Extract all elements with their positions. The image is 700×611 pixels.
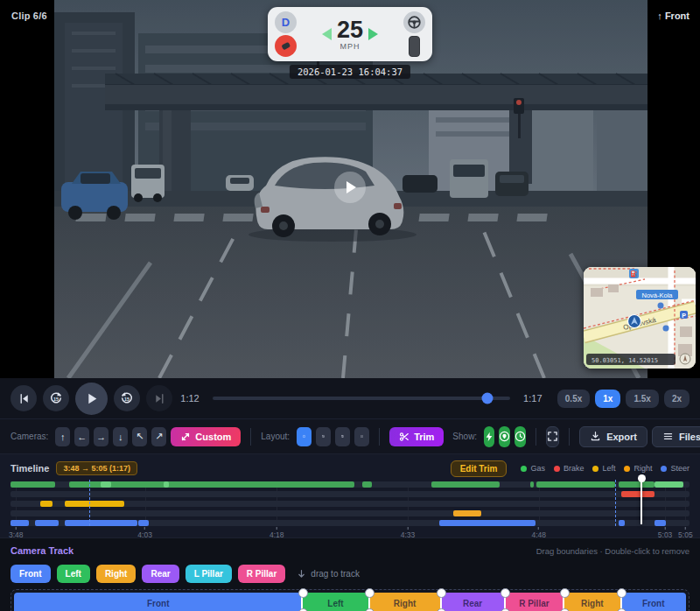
tick-label: 5:03 [658, 530, 673, 539]
steer-segment[interactable] [10, 520, 29, 526]
segment-boundary-handle[interactable] [440, 593, 442, 611]
left-segment[interactable] [65, 501, 124, 507]
camera-segment-left[interactable]: Left [302, 593, 368, 611]
edit-trim-button[interactable]: Edit Trim [451, 460, 508, 477]
camera-chip-front[interactable]: Front [10, 565, 51, 583]
tick-label: 4:33 [401, 530, 416, 539]
speed-buttons: 0.5x1x1.5x2x [557, 390, 690, 408]
gas-segment[interactable] [10, 481, 55, 488]
gas-segment[interactable] [530, 481, 534, 488]
segment-boundary-handle[interactable] [368, 593, 370, 611]
gas-segment[interactable] [362, 481, 372, 488]
camera-up-button[interactable]: ↑ [55, 427, 70, 446]
files-button[interactable]: Files [652, 426, 700, 447]
gas-segment[interactable] [536, 481, 614, 488]
speed-button-2x[interactable]: 2x [664, 390, 690, 408]
camera-chip-r-pillar[interactable]: R Pillar [238, 565, 285, 583]
timeline-tracks[interactable] [10, 481, 690, 526]
video-timestamp: 2026-01-23 16:04:37 [290, 65, 410, 79]
speed-button-0.5x[interactable]: 0.5x [557, 390, 590, 408]
turn-right-arrow-icon [368, 28, 378, 40]
video-player-area[interactable]: Clip 6/6 ↑ Front D 25 MPH [0, 0, 700, 378]
forward-15-button[interactable]: 15 [114, 385, 140, 411]
gas-segment[interactable] [431, 481, 500, 488]
camera-segment-r-pillar[interactable]: R Pillar [505, 593, 564, 611]
gas-segment[interactable] [619, 481, 654, 488]
layout-pip-icon [322, 431, 325, 442]
steer-segment[interactable] [65, 520, 137, 526]
skip-start-button[interactable] [10, 385, 37, 411]
camera-left-button[interactable]: ← [74, 427, 89, 446]
camera-segment-front[interactable]: Front [14, 593, 302, 611]
layout-pip-button[interactable] [316, 427, 331, 446]
camera-segment-front[interactable]: Front [620, 593, 685, 611]
camera-up-right-button[interactable]: ↗ [151, 427, 166, 446]
camera-right-button[interactable]: → [94, 427, 108, 446]
left-segment[interactable] [40, 501, 52, 507]
trim-marker-end[interactable] [615, 480, 616, 526]
camera-segment-rear[interactable]: Rear [441, 593, 505, 611]
camera-segment-right[interactable]: Right [369, 593, 441, 611]
layout-single-icon [303, 431, 305, 442]
camera-chip-right[interactable]: Right [96, 565, 136, 583]
track-row-brake[interactable] [10, 491, 690, 497]
gas-segment[interactable] [69, 481, 354, 488]
tick-label: 4:48 [531, 530, 546, 539]
track-row-steer[interactable] [10, 520, 690, 526]
track-row-right[interactable] [10, 510, 690, 516]
steer-segment[interactable] [619, 520, 625, 526]
trim-button[interactable]: Trim [389, 427, 444, 446]
steer-segment[interactable] [439, 520, 536, 526]
map-inset[interactable]: ⛽ P Nová-Kola Opatovská 50.03051, 14.520… [584, 267, 696, 369]
steer-segment[interactable] [138, 520, 149, 526]
layout-single-button[interactable] [297, 427, 312, 446]
camera-toolbar: Cameras: ↑←→↓↖↗ Custom Layout: Trim Show… [0, 418, 700, 453]
camera-up-left-button[interactable]: ↖ [132, 427, 147, 446]
trim-marker-start[interactable] [89, 480, 90, 526]
track-row-left[interactable] [10, 501, 690, 507]
layout-split-button[interactable] [335, 427, 350, 446]
segment-boundary-handle[interactable] [504, 593, 506, 611]
track-row-gas[interactable] [10, 481, 690, 488]
steer-segment[interactable] [35, 520, 59, 526]
video-play-button[interactable] [334, 172, 366, 203]
telemetry-hud: D 25 MPH [268, 7, 432, 61]
speed-button-1x[interactable]: 1x [595, 390, 620, 408]
gas-segment-light[interactable] [654, 481, 683, 488]
steering-wheel-icon [403, 11, 425, 33]
camera-down-button[interactable]: ↓ [113, 427, 128, 446]
map-pin-icon [499, 431, 510, 442]
play-icon [346, 181, 356, 193]
custom-view-button[interactable]: Custom [171, 427, 241, 446]
camera-segment-right[interactable]: Right [564, 593, 620, 611]
show-telemetry-button[interactable] [484, 426, 494, 447]
gas-segment-light[interactable] [164, 481, 169, 488]
steer-segment[interactable] [654, 520, 665, 526]
camera-chip-l-pillar[interactable]: L Pillar [186, 565, 232, 583]
show-timestamp-button[interactable] [514, 426, 526, 447]
export-button[interactable]: Export [579, 426, 648, 447]
rewind-15-button[interactable]: 15 [43, 385, 69, 411]
playhead[interactable] [640, 478, 642, 524]
segment-boundary-handle[interactable] [620, 593, 622, 611]
camera-chip-rear[interactable]: Rear [142, 565, 178, 583]
segment-boundary-handle[interactable] [563, 593, 564, 611]
skip-end-button[interactable] [146, 385, 172, 411]
camera-track-bar[interactable]: FrontLeftRightRearR PillarRightFront [14, 593, 686, 611]
play-pause-button[interactable] [75, 383, 108, 415]
right-segment[interactable] [453, 510, 481, 516]
seek-thumb[interactable] [482, 393, 494, 404]
speed-button-1.5x[interactable]: 1.5x [626, 390, 658, 408]
fullscreen-button[interactable] [546, 426, 559, 447]
camera-chip-left[interactable]: Left [57, 565, 90, 583]
tick-label: 3:48 [9, 530, 24, 539]
brake-segment[interactable] [621, 491, 654, 497]
show-map-button[interactable] [499, 426, 510, 447]
seek-bar[interactable] [213, 397, 510, 400]
trim-range-badge: 3:48 → 5:05 (1:17) [56, 461, 137, 475]
camera-track-tip: Drag boundaries · Double-click to remove [536, 546, 690, 556]
layout-grid-button[interactable] [354, 427, 369, 446]
gas-segment-light[interactable] [101, 481, 111, 488]
segment-boundary-handle[interactable] [301, 593, 303, 611]
camera-track-title: Camera Track [10, 545, 74, 556]
